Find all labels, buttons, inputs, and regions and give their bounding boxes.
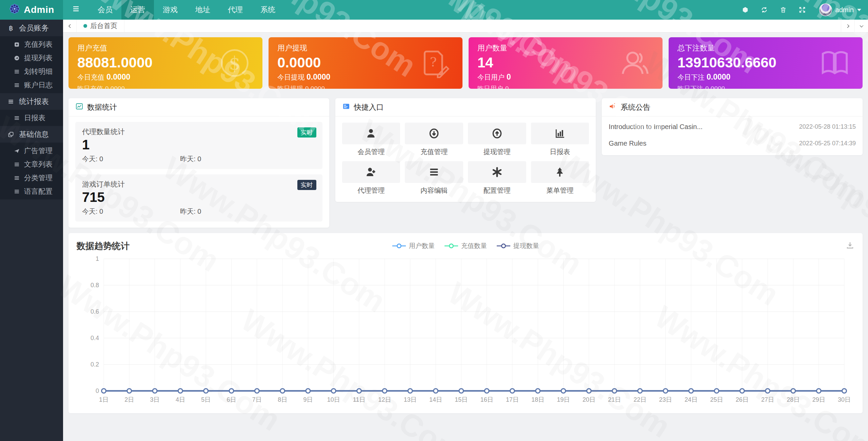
svg-text:5日: 5日 (201, 396, 211, 403)
quick-entry-6[interactable]: 内容编辑 (405, 161, 463, 195)
quick-entry-2[interactable]: 充值管理 (405, 123, 463, 156)
stat-card-4: 总下注数量13910630.6660今日下注0.0000昨日下注0.0000 (669, 37, 863, 89)
top-menu-item-3[interactable]: 游戏 (154, 0, 186, 20)
sidebar-item-2-1[interactable]: 日报表 (0, 111, 63, 125)
logo-gear-icon (9, 3, 20, 17)
svg-text:4日: 4日 (176, 396, 185, 403)
list-icon (14, 82, 20, 88)
svg-text:10日: 10日 (327, 396, 340, 403)
legend-item-3[interactable]: 提现数量 (496, 241, 539, 250)
svg-text:0: 0 (96, 387, 99, 394)
top-menu-item-2[interactable]: 运营 (121, 0, 154, 20)
sidebar-item-3-3[interactable]: 分类管理 (0, 171, 63, 185)
sidebar-item-1-3[interactable]: 划转明细 (0, 65, 63, 78)
baht-icon: ฿ (7, 25, 14, 31)
stat-sub-yesterday: 昨天: 0 (180, 154, 315, 164)
arrow-up-circle-icon (491, 128, 503, 139)
stat-sub-yesterday: 昨天: 0 (180, 207, 315, 216)
navbar-actions: admin (736, 0, 868, 20)
sidebar-item-3-4[interactable]: 语言配置 (0, 185, 63, 198)
svg-text:18日: 18日 (531, 396, 544, 403)
quick-entry-title: 快捷入口 (354, 102, 384, 112)
svg-text:13日: 13日 (404, 396, 417, 403)
svg-text:14日: 14日 (429, 396, 442, 403)
plus-square-icon (14, 41, 20, 48)
quick-entry-panel: 快捷入口 会员管理充值管理提现管理日报表代理管理内容编辑配置管理菜单管理 (335, 98, 596, 202)
quick-entry-5[interactable]: 代理管理 (342, 161, 400, 195)
svg-text:1: 1 (96, 255, 99, 262)
hexagon-button[interactable] (736, 0, 755, 20)
caret-down-icon (857, 9, 861, 11)
quick-entry-label: 代理管理 (342, 186, 400, 195)
sidebar-section-3[interactable]: 基础信息 (0, 126, 63, 143)
trend-chart-card: 数据趋势统计 用户数量充值数量提现数量 00.20.40.60.811日2日3日… (68, 233, 863, 413)
top-menu-item-5[interactable]: 代理 (219, 0, 252, 20)
refresh-button[interactable] (755, 0, 774, 20)
dashboard-content: 用户充值88081.0000今日充值0.0000昨日充值0.0000$用户提现0… (63, 33, 868, 413)
sidebar-item-1-1[interactable]: 充值列表 (0, 38, 63, 51)
announcement-row-1[interactable]: Introduction to Imperial Casin...2022-05… (602, 119, 863, 135)
top-menu-item-6[interactable]: 系统 (252, 0, 284, 20)
sidebar-item-1-2[interactable]: 提现列表 (0, 51, 63, 65)
svg-text:22日: 22日 (634, 396, 647, 403)
svg-text:12日: 12日 (378, 396, 391, 403)
svg-text:30日: 30日 (838, 396, 851, 403)
announcement-title: Introduction to Imperial Casin... (609, 123, 703, 131)
user-menu[interactable]: admin (814, 3, 861, 16)
sidebar: ฿会员账务充值列表提现列表划转明细账户日志统计报表日报表基础信息广告管理文章列表… (0, 20, 63, 441)
app-logo[interactable]: Admin (0, 0, 63, 20)
quick-entry-3[interactable]: 提现管理 (468, 123, 526, 156)
sidebar-item-3-2[interactable]: 文章列表 (0, 158, 63, 171)
copy-icon (7, 131, 14, 138)
quick-entry-label: 充值管理 (405, 147, 463, 156)
quick-entry-8[interactable]: 菜单管理 (531, 161, 589, 195)
list-icon (7, 98, 14, 105)
realtime-badge: 实时 (297, 180, 316, 190)
svg-text:0.8: 0.8 (91, 282, 99, 289)
book-open-icon (818, 47, 851, 79)
users-icon (618, 47, 651, 79)
person-icon (365, 128, 377, 139)
announcement-time: 2022-05-28 01:13:15 (799, 123, 856, 130)
sidebar-item-3-1[interactable]: 广告管理 (0, 144, 63, 158)
svg-text:29日: 29日 (812, 396, 825, 403)
tabs-scroll-right-button[interactable] (841, 20, 854, 32)
svg-text:21日: 21日 (608, 396, 621, 403)
stat-cards-row: 用户充值88081.0000今日充值0.0000昨日充值0.0000$用户提现0… (68, 37, 863, 89)
svg-text:11日: 11日 (353, 396, 366, 403)
quick-entry-4[interactable]: 日报表 (531, 123, 589, 156)
sidebar-item-1-4[interactable]: 账户日志 (0, 78, 63, 92)
top-menu-item-1[interactable]: 会员 (89, 0, 121, 20)
announcement-row-2[interactable]: Game Rules2022-05-25 07:14:39 (602, 135, 863, 152)
svg-text:20日: 20日 (583, 396, 595, 403)
top-menu-item-4[interactable]: 地址 (186, 0, 219, 20)
svg-text:23日: 23日 (659, 396, 672, 403)
download-icon[interactable] (846, 241, 854, 251)
quick-entry-1[interactable]: 会员管理 (342, 123, 400, 156)
data-stats-title: 数据统计 (87, 102, 117, 112)
quick-entry-7[interactable]: 配置管理 (468, 161, 526, 195)
svg-text:0.6: 0.6 (91, 308, 99, 315)
legend-item-1[interactable]: 用户数量 (392, 241, 435, 250)
trash-button[interactable] (774, 0, 793, 20)
svg-text:27日: 27日 (761, 396, 774, 403)
tab-dashboard[interactable]: 后台首页 (77, 20, 124, 32)
tabs-menu-button[interactable] (854, 20, 868, 32)
megaphone-icon (609, 102, 617, 112)
legend-marker-icon (496, 243, 511, 249)
tabs-scroll-left-button[interactable] (63, 20, 77, 32)
menu-lines-icon (428, 166, 440, 178)
trend-line-chart: 00.20.40.60.811日2日3日4日5日6日7日8日9日10日11日12… (77, 253, 854, 410)
sidebar-section-2[interactable]: 统计报表 (0, 93, 63, 110)
fullscreen-button[interactable] (793, 0, 812, 20)
announcements-panel: 系统公告 Introduction to Imperial Casin...20… (602, 98, 863, 155)
svg-text:8日: 8日 (278, 396, 287, 403)
tab-label: 后台首页 (90, 21, 117, 30)
logo-text: Admin (24, 4, 54, 15)
sidebar-section-1[interactable]: ฿会员账务 (0, 20, 63, 36)
legend-item-2[interactable]: 充值数量 (444, 241, 487, 250)
username: admin (835, 6, 854, 14)
list-icon (14, 161, 20, 168)
sidebar-toggle-button[interactable] (63, 0, 89, 20)
stat-sub-card-1: 代理数量统计1今天: 0昨天: 0实时 (75, 122, 322, 169)
